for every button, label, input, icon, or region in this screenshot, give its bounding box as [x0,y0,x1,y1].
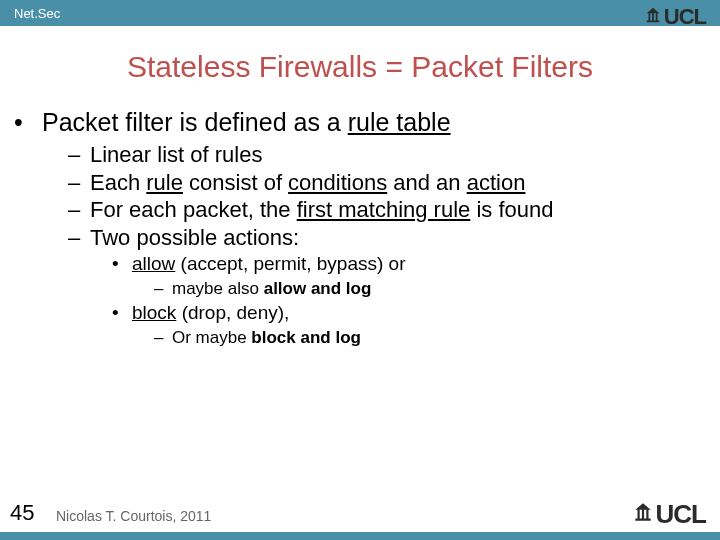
header-label: Net.Sec [14,6,60,21]
brand-text: UCL [664,4,706,30]
content: • Packet filter is defined as a rule tab… [0,84,720,350]
header-bar: Net.Sec [0,0,720,26]
dash-icon: – [68,169,90,197]
dash-icon: – [68,141,90,169]
dome-icon [644,6,662,28]
dash-icon: – [154,326,172,350]
bullet-dot-icon: • [14,108,42,137]
ucl-logo-top: UCL [644,4,706,30]
dash-icon: – [68,196,90,224]
slide-title: Stateless Firewalls = Packet Filters [0,50,720,84]
lvl2-text: Two possible actions: [90,224,299,252]
ucl-logo-bottom: UCL [632,499,706,530]
dome-icon [632,501,654,527]
dash-icon: – [68,224,90,252]
bullet-lvl4: – maybe also allow and log [14,277,706,301]
bullet-lvl3: • block (drop, deny), [14,300,706,326]
lvl2-text: For each packet, the first matching rule… [90,196,553,224]
bullet-lvl2: – Linear list of rules [14,141,706,169]
bullet-lvl4: – Or maybe block and log [14,326,706,350]
lvl4-text: maybe also allow and log [172,277,371,301]
lvl3-text: block (drop, deny), [132,300,289,326]
lvl3-text: allow (accept, permit, bypass) or [132,251,406,277]
bullet-lvl3: • allow (accept, permit, bypass) or [14,251,706,277]
lvl2-text: Linear list of rules [90,141,262,169]
lvl2-text: Each rule consist of conditions and an a… [90,169,525,197]
bullet-lvl1: • Packet filter is defined as a rule tab… [14,108,706,137]
bullet-dot-icon: • [112,251,132,277]
brand-text: UCL [656,499,706,530]
bullet-lvl2: – Each rule consist of conditions and an… [14,169,706,197]
footer-author: Nicolas T. Courtois, 2011 [56,508,211,524]
lvl4-text: Or maybe block and log [172,326,361,350]
bullet-lvl2: – For each packet, the first matching ru… [14,196,706,224]
dash-icon: – [154,277,172,301]
bullet-lvl2: – Two possible actions: [14,224,706,252]
lvl1-text: Packet filter is defined as a rule table [42,108,451,137]
footer-bar [0,532,720,540]
page-number: 45 [10,500,34,526]
bullet-dot-icon: • [112,300,132,326]
